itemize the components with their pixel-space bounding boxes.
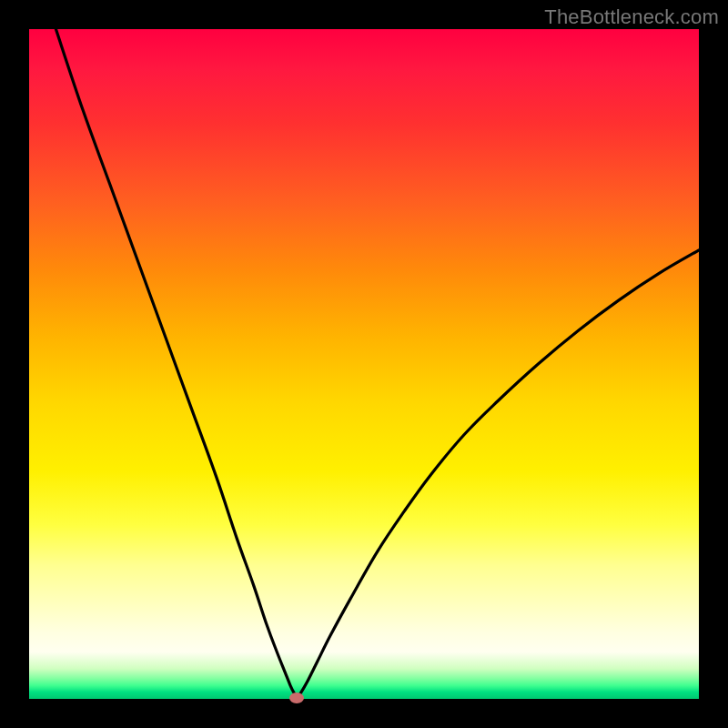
chart-frame: TheBottleneck.com [0, 0, 728, 728]
curve-svg [29, 29, 699, 699]
watermark-text: TheBottleneck.com [544, 5, 719, 29]
chart-plot-area [29, 29, 699, 699]
optimal-point-marker [289, 693, 304, 703]
bottleneck-curve [56, 29, 699, 698]
